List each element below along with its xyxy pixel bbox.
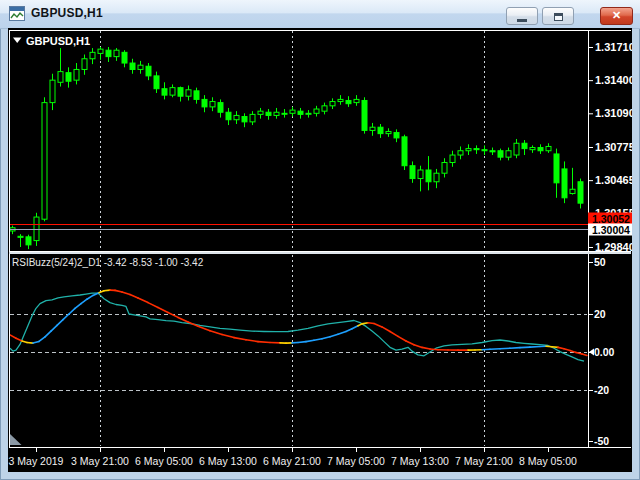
candle-body-bear <box>266 112 271 115</box>
candle-body-bull <box>386 131 391 133</box>
chart-symbol-label: GBPUSD,H1 <box>26 35 90 47</box>
price-label: 1.29840 <box>595 241 632 253</box>
candle-body-bear <box>522 143 527 148</box>
candle-body-bull <box>258 111 263 114</box>
indicator-scale-label: -20 <box>594 384 609 396</box>
candle-body-bear <box>122 52 127 63</box>
indicator-label: RSIBuzz(5/24)2_D1 -3.42 -8.53 -1.00 -3.4… <box>12 257 204 268</box>
candle-body-bear <box>410 166 415 179</box>
candle-body-bear <box>26 237 31 245</box>
price-label: 1.31710 <box>595 41 632 53</box>
candle-body-bear <box>194 91 199 100</box>
price-label: 1.31400 <box>595 74 632 86</box>
candle-body-bull <box>506 151 511 157</box>
time-label: 6 May 21:00 <box>263 455 321 467</box>
candle-body-bear <box>218 103 223 113</box>
candle-body-bull <box>418 170 423 179</box>
window-title: GBPUSD,H1 <box>31 6 103 20</box>
candle-body-bull <box>322 106 327 111</box>
candle-body-bull <box>338 99 343 101</box>
candle-body-bear <box>490 151 495 152</box>
indicator-line-main <box>258 342 270 343</box>
indicator-line-main <box>552 347 558 348</box>
indicator-scale-label: 0.00 <box>594 346 615 358</box>
time-label: 7 May 05:00 <box>327 455 385 467</box>
candle-body-bull <box>330 102 335 106</box>
indicator-line-main <box>27 343 33 344</box>
title-bar[interactable]: GBPUSD,H1 ✕ <box>0 0 640 29</box>
chart-client-area: 1.317101.314001.310901.307751.304651.301… <box>8 28 632 472</box>
candle-body-bull <box>42 103 47 220</box>
candle-body-bear <box>154 76 159 89</box>
time-label: 3 May 2019 <box>9 455 64 467</box>
price-label: 1.31090 <box>595 107 632 119</box>
time-label: 6 May 13:00 <box>199 455 257 467</box>
time-label: 8 May 05:00 <box>519 455 577 467</box>
candle-body-bull <box>514 143 519 155</box>
candle-body-bull <box>450 155 455 162</box>
candle-body-bull <box>58 72 63 83</box>
candle-body-bull <box>282 113 287 114</box>
chart-window-icon <box>9 6 25 21</box>
candle-body-bear <box>298 111 303 114</box>
candle-body-bull <box>354 99 359 102</box>
candle-body-bear <box>394 133 399 138</box>
candle-body-bear <box>146 66 151 76</box>
indicator-line-main <box>430 349 438 350</box>
restore-button[interactable] <box>542 7 574 25</box>
candle-body-bear <box>474 149 479 150</box>
candle-body-bear <box>162 89 167 95</box>
candle-body-bull <box>530 148 535 150</box>
close-button[interactable]: ✕ <box>600 7 633 25</box>
candle-body-bull <box>250 114 255 121</box>
minimize-icon <box>517 19 527 22</box>
candle-body-bear <box>498 151 503 157</box>
time-label: 3 May 21:00 <box>71 455 129 467</box>
candle-body-bear <box>202 99 207 106</box>
indicator-line-main <box>520 347 530 348</box>
candle-body-bear <box>226 112 231 119</box>
candle-body-bear <box>426 170 431 182</box>
indicator-line-main <box>368 323 374 324</box>
candle-body-bear <box>538 148 543 151</box>
pane-separator-band[interactable] <box>9 252 631 254</box>
bid-price-label: 1.30004 <box>592 224 630 236</box>
candle-body-bear <box>130 63 135 69</box>
chart-canvas: 1.317101.314001.310901.307751.304651.301… <box>8 28 632 472</box>
candle-body-bear <box>178 88 183 97</box>
candle-body-bull <box>82 59 87 70</box>
candle-body-bear <box>378 127 383 133</box>
candle-body-bull <box>546 146 551 150</box>
time-label: 7 May 21:00 <box>455 455 513 467</box>
close-icon: ✕ <box>601 9 632 22</box>
candle-body-bull <box>186 90 191 96</box>
candle-body-bull <box>50 80 55 102</box>
candle-body-bull <box>18 236 23 237</box>
candle-body-bull <box>442 163 447 174</box>
candle-body-bull <box>234 115 239 119</box>
chart-window: GBPUSD,H1 ✕ 1.317101.314001.310901.30775… <box>0 0 640 480</box>
candle-body-bull <box>274 112 279 115</box>
candle-body-bull <box>98 49 103 53</box>
candle-body-bear <box>562 169 567 198</box>
candle-body-bull <box>458 151 463 155</box>
indicator-line-main <box>500 348 510 349</box>
indicator-pane[interactable] <box>9 254 588 447</box>
candle-body-bull <box>138 65 143 69</box>
candle-body-bear <box>106 50 111 56</box>
restore-icon <box>554 13 563 21</box>
candle-body-bull <box>370 127 375 130</box>
candle-body-bull <box>466 149 471 151</box>
indicator-scale-label: -50 <box>594 435 609 447</box>
candle-body-bear <box>578 182 583 203</box>
candle-body-bull <box>210 102 215 107</box>
minimize-button[interactable] <box>506 7 538 25</box>
candle-body-bull <box>34 217 39 241</box>
candle-body-bull <box>290 110 295 113</box>
candle-body-bull <box>170 88 175 95</box>
main-chart-pane[interactable] <box>9 30 588 251</box>
indicator-line-main <box>510 348 520 349</box>
candle-body-bear <box>66 73 71 82</box>
candle-body-bull <box>90 52 95 58</box>
time-label: 6 May 05:00 <box>135 455 193 467</box>
